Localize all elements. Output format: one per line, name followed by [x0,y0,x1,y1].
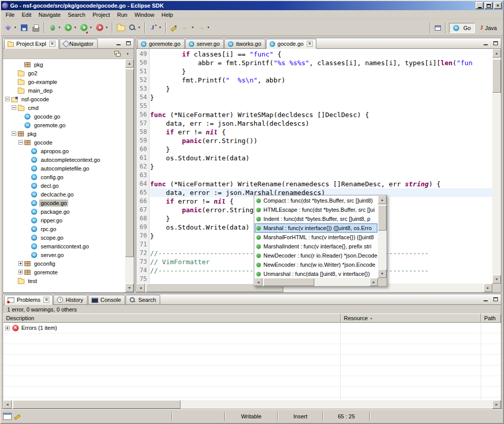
code-line-61[interactable]: os.Stdout.Write(data) [150,154,492,162]
close-button[interactable]: × [494,2,502,9]
minimize-button[interactable] [476,2,484,9]
minimize-view-button[interactable] [482,296,490,303]
code-line-53[interactable]: } [150,84,492,93]
scrollbar-thumb[interactable] [263,278,314,286]
open-plugin-button[interactable] [115,21,127,34]
code-line-54[interactable]: } [150,93,492,102]
save-button[interactable] [18,21,30,34]
close-tab-icon[interactable]: × [307,41,313,47]
editor-tab-server-go[interactable]: server.go [185,39,224,49]
tree-item-main-dep[interactable]: main_dep [3,86,125,95]
scroll-left-icon[interactable]: ◄ [136,284,145,292]
editor-tab-gocode-go[interactable]: gocode.go× [266,39,316,49]
scrollbar-thumb[interactable] [492,59,501,93]
scroll-right-icon[interactable]: ► [484,284,492,292]
tree-item-autocompletefile-go[interactable]: autocompletefile.go [3,164,125,173]
expander-minus-icon[interactable] [5,97,10,101]
code-line-51[interactable]: } [150,67,492,76]
scroll-left-icon[interactable]: ◄ [254,278,262,286]
scroll-down-icon[interactable]: ▼ [125,284,134,292]
expander-minus-icon[interactable] [12,131,16,136]
code-line-55[interactable] [150,102,492,110]
expander-minus-icon[interactable] [18,140,23,145]
completion-indent[interactable]: Indent : func(dst *bytes.Buffer, src []u… [255,214,377,223]
completion-marshalforhtml[interactable]: MarshalForHTML : func(v interface{}) ([]… [255,233,377,242]
expander-plus-icon[interactable] [5,326,10,330]
dropdown-arrow-icon[interactable]: ▼ [159,26,162,29]
column-description[interactable]: Description [3,314,341,323]
tree-item-semanticcontext-go[interactable]: semanticcontext.go [3,242,125,250]
dropdown-arrow-icon[interactable]: ▼ [58,26,61,29]
tree-item-gocode-go[interactable]: gocode.go [3,199,125,207]
perspective-go-button[interactable]: Go [449,23,475,33]
tab-console[interactable]: Console [88,295,125,305]
column-path[interactable]: Path [481,314,501,323]
expander-minus-icon[interactable] [12,105,16,110]
scroll-up-icon[interactable]: ▲ [378,195,387,204]
tree-item-nsf-gocode[interactable]: nsf-gocode [3,95,125,103]
expander-plus-icon[interactable] [18,261,23,266]
dropdown-arrow-icon[interactable]: ▼ [90,26,93,29]
popup-horizontal-scrollbar[interactable]: ◄ ► [254,278,378,286]
menu-file[interactable]: File [2,11,18,18]
tree-item-decl-go[interactable]: decl.go [3,181,125,190]
code-line-63[interactable] [150,171,492,180]
completion-newencoder[interactable]: NewEncoder : func(w io.Writer) *json.Enc… [255,260,377,269]
code-line-49[interactable]: if classes[i] == "func" { [150,50,492,59]
menu-navigate[interactable]: Navigate [35,11,64,18]
scroll-right-icon[interactable]: ► [492,400,501,409]
tree-item-server-go[interactable]: server.go [3,250,125,259]
completion-newdecoder[interactable]: NewDecoder : func(r io.Reader) *json.Dec… [255,251,377,260]
maximize-button[interactable] [485,2,493,9]
maximize-editor-button[interactable] [491,40,499,47]
tree-item-cmd[interactable]: cmd [3,103,125,112]
completion-htmlescape[interactable]: HTMLEscape : func(dst *bytes.Buffer, src… [255,205,377,214]
title-bar[interactable]: Go - nsf-gocode/src/pkg/gocode/gocode.go… [1,1,503,10]
tree-item-goconfig[interactable]: goconfig [3,259,125,268]
tree-item-scope-go[interactable]: scope.go [3,233,125,242]
tree-item-gocode[interactable]: gocode [3,138,125,147]
tab-search[interactable]: Search [126,295,160,305]
minimize-editor-button[interactable] [482,40,490,47]
code-line-64[interactable]: func (*NiceFormatter) WriteRename(rename… [150,180,492,188]
debug-button[interactable]: ▼ [47,21,63,34]
tree-item-go-example[interactable]: go-example [3,77,125,86]
tree-item-apropos-go[interactable]: apropos.go [3,147,125,155]
new-wizard-button[interactable]: ▼ [3,21,18,34]
completion-compact[interactable]: Compact : func(dst *bytes.Buffer, src []… [255,196,377,205]
column-resource[interactable]: Resource▲ [341,314,481,323]
scrollbar-thumb[interactable] [378,205,387,231]
problems-row-errors[interactable]: Errors (1 item) [3,323,501,333]
code-line-60[interactable]: } [150,145,492,154]
dropdown-arrow-icon[interactable]: ▼ [191,26,194,29]
popup-vertical-scrollbar[interactable]: ▲ ▼ [378,195,387,278]
dropdown-arrow-icon[interactable]: ▼ [138,26,141,29]
maximize-view-button[interactable] [491,296,499,303]
menu-search[interactable]: Search [64,11,89,18]
editor-tab-goremote-go[interactable]: goremote.go [137,39,185,49]
expander-plus-icon[interactable] [18,270,23,274]
back-button[interactable]: ▼ [180,21,196,34]
tree-item-go2[interactable]: go2 [3,69,125,77]
tree-item-goremote-go[interactable]: goremote.go [3,121,125,129]
scroll-up-icon[interactable]: ▲ [125,59,134,68]
dropdown-arrow-icon[interactable]: ▼ [207,26,210,29]
code-line-59[interactable]: panic(err.String()) [150,136,492,145]
minimize-view-button[interactable] [114,40,123,47]
tree-item-autocompletecontext-go[interactable]: autocompletecontext.go [3,155,125,164]
forward-button[interactable]: ▼ [196,21,212,34]
tree-item-pkg[interactable]: pkg [3,60,125,69]
explorer-scrollbar[interactable]: ▲ ▼ [125,59,134,292]
perspective-java-button[interactable]: J Java [476,22,501,34]
code-line-56[interactable]: func (*NiceFormatter) WriteSMap(decldesc… [150,110,492,119]
dropdown-arrow-icon[interactable]: ▼ [14,26,17,29]
editor-vertical-scrollbar[interactable]: ▲ ▼ [492,49,501,284]
menu-project[interactable]: Project [89,11,113,18]
collapse-all-button[interactable] [113,50,122,58]
tab-problems[interactable]: Problems× [4,295,53,305]
code-line-58[interactable]: if err != nil { [150,128,492,136]
code-line-57[interactable]: data, err := json.Marshal(decldescs) [150,119,492,128]
tab-navigator[interactable]: Navigator [60,39,98,49]
pencil-icon[interactable] [13,413,22,420]
menu-run[interactable]: Run [113,11,131,18]
